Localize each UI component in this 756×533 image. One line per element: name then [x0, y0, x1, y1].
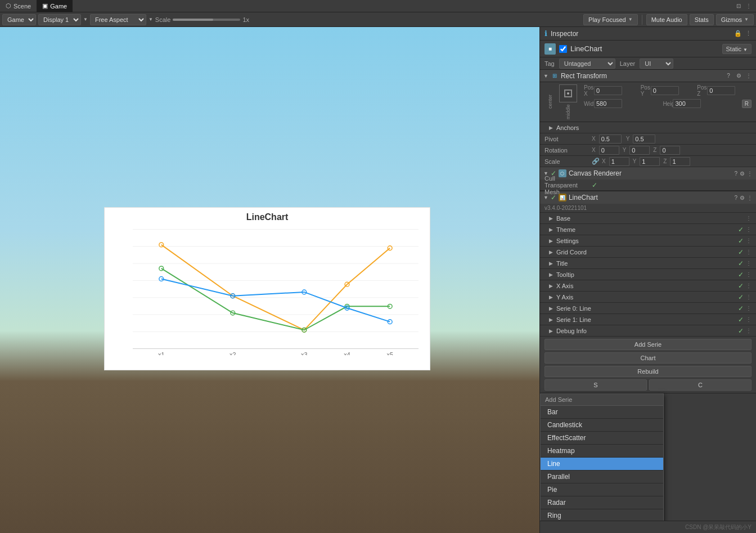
title-section-row[interactable]: ▶ Title ✓ ⋮: [540, 258, 756, 269]
tag-select[interactable]: Untagged: [559, 59, 615, 69]
rt-r-button[interactable]: R: [742, 100, 752, 108]
linechart-settings-icon[interactable]: ⚙: [740, 195, 745, 201]
canvas-help-icon[interactable]: ?: [734, 171, 737, 177]
rot-x-input[interactable]: [599, 146, 619, 155]
dropdown-item-heatmap[interactable]: Heatmap: [541, 445, 663, 458]
debug-info-menu[interactable]: ⋮: [746, 328, 752, 334]
theme-section-row[interactable]: ▶ Theme ✓ ⋮: [540, 224, 756, 235]
scale-z-input[interactable]: [670, 157, 690, 166]
serie0-section-row[interactable]: ▶ Serie 0: Line ✓ ⋮: [540, 303, 756, 314]
tab-scene[interactable]: ⬡ Scene: [0, 0, 37, 12]
scale-slider[interactable]: [173, 19, 240, 21]
rect-transform-section-header[interactable]: ▼ ⊞ Rect Transform ? ⚙ ⋮: [540, 70, 756, 82]
pos-z-field: Pos Z: [697, 84, 752, 97]
stats-label: Stats: [695, 16, 709, 23]
rebuild-btn[interactable]: Rebuild: [544, 366, 752, 377]
linechart-menu-icon[interactable]: ⋮: [747, 195, 753, 201]
x-axis-label: X Axis: [556, 283, 736, 289]
stats-btn[interactable]: Stats: [690, 14, 714, 25]
debug-info-section-row[interactable]: ▶ Debug Info ✓ ⋮: [540, 325, 756, 337]
y-axis-check: ✓: [738, 293, 744, 301]
play-focused-btn[interactable]: Play Focused ▼: [583, 14, 638, 25]
x-axis-section-row[interactable]: ▶ X Axis ✓ ⋮: [540, 280, 756, 292]
rect-help-icon[interactable]: ?: [724, 73, 732, 79]
svg-text:x2: x2: [230, 351, 236, 355]
scale-z-label: Z: [663, 158, 667, 164]
dropdown-item-radar[interactable]: Radar: [541, 496, 663, 509]
inspector-scroll[interactable]: ▼ ⊞ Rect Transform ? ⚙ ⋮ center: [540, 70, 756, 521]
title-menu[interactable]: ⋮: [746, 260, 752, 266]
layer-select[interactable]: UI: [640, 59, 673, 69]
width-input[interactable]: [594, 99, 622, 108]
check-btn[interactable]: C: [649, 379, 752, 391]
grid-coord-menu[interactable]: ⋮: [746, 249, 752, 255]
rot-y-input[interactable]: [629, 146, 650, 155]
pos-y-input[interactable]: [651, 86, 679, 95]
grid-coord-section-row[interactable]: ▶ Grid Coord ✓ ⋮: [540, 247, 756, 258]
dropdown-item-candlestick[interactable]: Candlestick: [541, 419, 663, 432]
aspect-select[interactable]: Free Aspect: [90, 14, 146, 25]
base-section-row[interactable]: ▶ Base ⋮: [540, 213, 756, 224]
linechart-help-icon[interactable]: ?: [734, 195, 737, 201]
canvas-settings-icon[interactable]: ⚙: [740, 171, 745, 177]
serie1-arrow: ▶: [549, 317, 553, 323]
rect-transform-title: Rect Transform: [561, 72, 722, 80]
tab-game[interactable]: ▣ Game: [37, 0, 73, 12]
pivot-x-input[interactable]: [599, 135, 622, 144]
grid-coord-arrow: ▶: [549, 249, 553, 255]
theme-menu[interactable]: ⋮: [746, 226, 752, 232]
chart-btn[interactable]: Chart: [544, 352, 752, 364]
rot-z-input[interactable]: [660, 146, 680, 155]
scale-x-input[interactable]: [609, 157, 629, 166]
tooltip-check: ✓: [738, 271, 744, 279]
menu-icon[interactable]: ⋮: [745, 2, 753, 10]
static-button[interactable]: Static ▼: [722, 44, 752, 54]
linechart-header[interactable]: ▼ ✓ 📊 LineChart ? ⚙ ⋮: [540, 191, 756, 204]
mute-audio-btn[interactable]: Mute Audio: [646, 14, 687, 25]
dropdown-item-effectscatter[interactable]: EffectScatter: [541, 432, 663, 445]
object-active-checkbox[interactable]: [559, 45, 567, 53]
anchors-row[interactable]: ▶ Anchors: [540, 122, 756, 133]
toolbar-sep: [642, 15, 642, 25]
serie0-menu[interactable]: ⋮: [746, 305, 752, 311]
static-label: Static: [726, 46, 742, 52]
game-select[interactable]: Game: [2, 14, 36, 25]
y-axis-section-row[interactable]: ▶ Y Axis ✓ ⋮: [540, 292, 756, 303]
chart-container: LineChart 70 60 50 40 3: [104, 207, 430, 370]
settings-menu[interactable]: ⋮: [746, 238, 752, 244]
dropdown-item-bar[interactable]: Bar: [541, 406, 663, 419]
pos-z-input[interactable]: [707, 86, 735, 95]
dropdown-item-parallel[interactable]: Parallel: [541, 471, 663, 483]
object-name[interactable]: LineChart: [570, 44, 719, 53]
center-label: center: [547, 95, 553, 109]
settings-section-row[interactable]: ▶ Settings ✓ ⋮: [540, 235, 756, 247]
tooltip-menu[interactable]: ⋮: [746, 271, 752, 277]
anchor-widget[interactable]: [559, 84, 577, 102]
inspector-lock-icon[interactable]: 🔒: [734, 30, 742, 37]
x-axis-menu[interactable]: ⋮: [746, 283, 752, 289]
dropdown-item-pie[interactable]: Pie: [541, 483, 663, 496]
gizmos-btn[interactable]: Gizmos ▼: [716, 14, 754, 25]
tooltip-section-row[interactable]: ▶ Tooltip ✓ ⋮: [540, 269, 756, 280]
screenshot-btn[interactable]: S: [544, 379, 647, 391]
anchor-dot: [567, 92, 569, 95]
pos-x-input[interactable]: [594, 86, 622, 95]
serie1-label: Serie 1: Line: [556, 316, 736, 323]
display-select[interactable]: Display 1: [38, 14, 81, 25]
serie1-section-row[interactable]: ▶ Serie 1: Line ✓ ⋮: [540, 314, 756, 325]
dropdown-item-line[interactable]: Line: [541, 458, 663, 471]
inspector-title: Inspector: [551, 30, 578, 38]
base-menu[interactable]: ⋮: [746, 215, 752, 221]
rect-settings-icon[interactable]: ⚙: [735, 73, 742, 79]
scale-y-input[interactable]: [640, 157, 660, 166]
rect-menu-icon[interactable]: ⋮: [745, 73, 753, 79]
dropdown-item-ring[interactable]: Ring: [541, 509, 663, 521]
serie1-menu[interactable]: ⋮: [746, 316, 752, 323]
inspector-menu-icon[interactable]: ⋮: [745, 30, 752, 37]
canvas-menu-icon[interactable]: ⋮: [747, 171, 753, 177]
y-axis-menu[interactable]: ⋮: [746, 294, 752, 300]
maximize-icon[interactable]: ⊡: [735, 2, 742, 10]
add-serie-btn[interactable]: Add Serie: [544, 339, 752, 350]
pivot-y-input[interactable]: [633, 135, 655, 144]
height-input[interactable]: [673, 99, 701, 108]
